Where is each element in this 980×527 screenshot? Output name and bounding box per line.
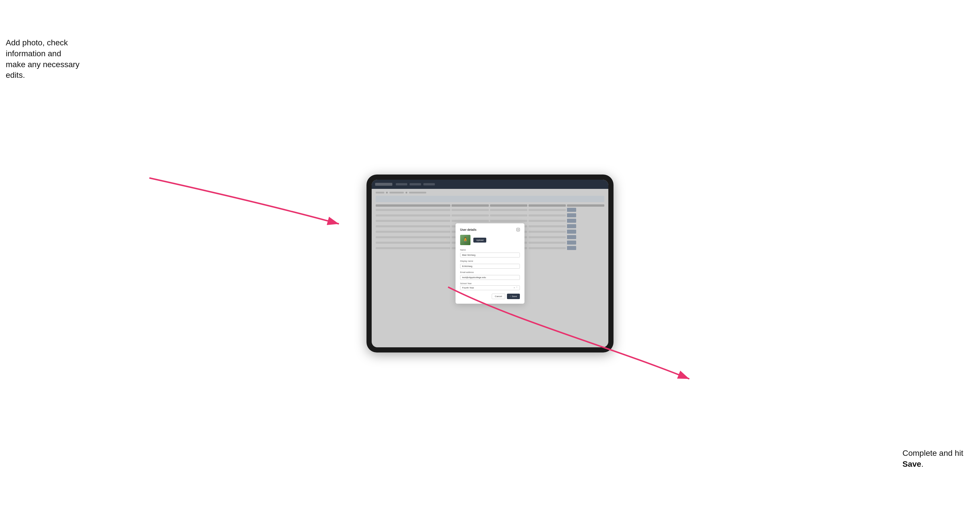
annotation-left-text: Add photo, check information and make an… [6,38,80,79]
modal-footer: Cancel Save [460,294,520,299]
school-year-value: Fourth Year [462,286,474,289]
scene: Add photo, check information and make an… [0,0,980,527]
user-details-modal: User details × Upload Name [455,223,525,304]
annotation-right-end: . [921,460,923,468]
email-input[interactable] [460,275,520,280]
select-clear-icon[interactable]: × [514,286,515,289]
modal-close-button[interactable]: × [516,228,520,231]
tablet-frame: User details × Upload Name [366,175,614,352]
school-year-label: School Year [460,282,520,285]
school-year-field-group: School Year Fourth Year × ⌃ [460,282,520,290]
modal-photo-row: Upload [460,235,520,245]
display-name-field-group: Display name [460,260,520,269]
annotation-right-normal: Complete and hit [902,449,963,457]
save-button-label: Save [512,295,517,298]
tablet-screen: User details × Upload Name [372,180,608,347]
cancel-button[interactable]: Cancel [492,294,505,299]
user-photo-thumbnail [460,235,471,245]
school-year-select[interactable]: Fourth Year × ⌃ [460,285,520,290]
annotation-left: Add photo, check information and make an… [6,37,80,81]
annotation-right-bold: Save [902,460,921,468]
email-label: Email address [460,271,520,273]
display-name-input[interactable] [460,264,520,269]
name-input[interactable] [460,252,520,257]
name-field-group: Name [460,249,520,257]
select-chevron-icon[interactable]: ⌃ [516,286,518,289]
modal-title: User details [460,228,477,231]
modal-overlay: User details × Upload Name [372,180,608,347]
select-controls: × ⌃ [514,286,518,289]
annotation-right: Complete and hit Save. [902,448,977,470]
upload-photo-button[interactable]: Upload [473,238,486,243]
modal-title-bar: User details × [460,228,520,231]
email-field-group: Email address [460,271,520,280]
name-label: Name [460,249,520,251]
display-name-label: Display name [460,260,520,262]
save-button[interactable]: Save [507,294,520,299]
